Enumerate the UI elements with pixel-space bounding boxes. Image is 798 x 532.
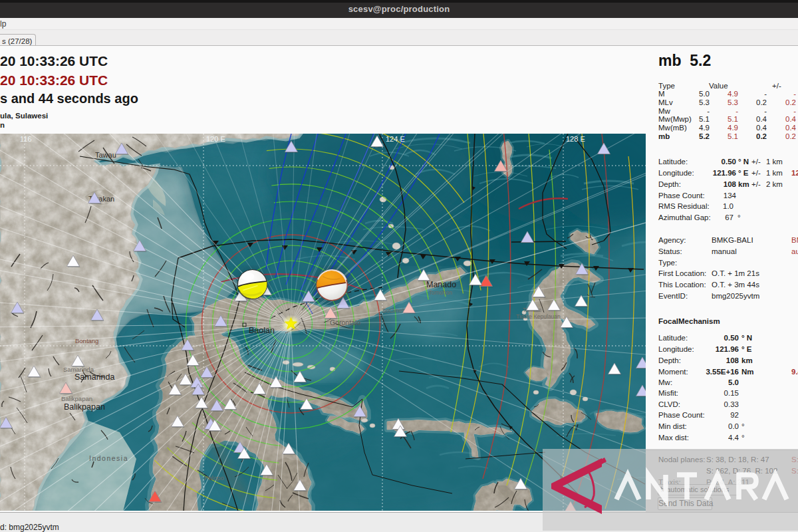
svg-text:BoCimeh: BoCimeh [382,307,406,314]
svg-text:Manado: Manado [426,280,456,289]
svg-text:Balikpapan: Balikpapan [61,395,92,402]
svg-text:120 E: 120 E [206,135,225,143]
svg-text:Palopo: Palopo [204,474,224,481]
svg-text:Baolan: Baolan [249,326,275,335]
svg-text:Samarinda: Samarinda [74,372,114,382]
svg-text:Indonesia: Indonesia [89,454,128,462]
svg-text:Tomohon: Tomohon [429,289,452,296]
svg-text:128 E: 128 E [566,135,585,143]
svg-text:116: 116 [20,135,32,143]
svg-text:Tawau: Tawau [95,151,116,159]
svg-text:Gorontalo: Gorontalo [330,319,360,327]
svg-text:Balikpapan: Balikpapan [64,402,105,412]
svg-text:Tidore Kepulauan: Tidore Kepulauan [516,313,561,320]
svg-text:Bontang: Bontang [75,337,98,344]
svg-text:124 E: 124 E [386,135,405,143]
